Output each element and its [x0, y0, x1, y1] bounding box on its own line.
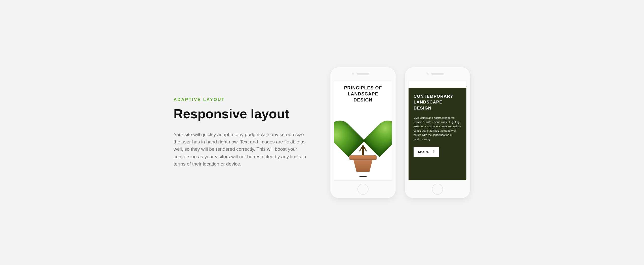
phone-1-title-line: DESIGN — [337, 97, 389, 103]
phone-2-screen: CONTEMPORARY LANDSCAPE DESIGN Vivid colo… — [408, 81, 467, 181]
phone-2-body: Vivid colors and abstract patterns, comb… — [414, 116, 461, 141]
feature-section: ADAPTIVE LAYOUT Responsive layout Your s… — [174, 67, 470, 198]
heart-bush-icon — [342, 105, 384, 143]
phone-2-header-gap — [409, 81, 466, 88]
text-column: ADAPTIVE LAYOUT Responsive layout Your s… — [174, 97, 310, 168]
topiary-heart-illustration — [334, 105, 392, 171]
more-button-label: MORE — [418, 150, 430, 154]
plant-trunk-icon — [362, 145, 364, 156]
phone-1-title-line: PRINCIPLES OF — [337, 85, 389, 91]
phone-2-title-line: CONTEMPORARY — [414, 93, 461, 99]
more-button[interactable]: MORE — [414, 147, 439, 157]
phone-mockups: PRINCIPLES OF LANDSCAPE DESIGN — [330, 67, 470, 198]
phone-camera-dot — [352, 73, 354, 75]
plant-pot-icon — [349, 155, 377, 172]
eyebrow-label: ADAPTIVE LAYOUT — [174, 97, 310, 102]
chevron-right-icon — [432, 150, 435, 154]
carousel-indicator — [359, 176, 367, 177]
headline: Responsive layout — [174, 107, 310, 121]
phone-mockup-2: CONTEMPORARY LANDSCAPE DESIGN Vivid colo… — [405, 67, 470, 198]
phone-mockup-1: PRINCIPLES OF LANDSCAPE DESIGN — [330, 67, 396, 198]
phone-1-title: PRINCIPLES OF LANDSCAPE DESIGN — [334, 81, 392, 104]
phone-2-title: CONTEMPORARY LANDSCAPE DESIGN — [414, 93, 461, 111]
phone-home-button-icon — [432, 184, 443, 195]
body-text: Your site will quickly adapt to any gadg… — [174, 131, 310, 168]
phone-2-panel: CONTEMPORARY LANDSCAPE DESIGN Vivid colo… — [409, 88, 466, 180]
phone-home-button-icon — [357, 184, 369, 195]
phone-1-screen: PRINCIPLES OF LANDSCAPE DESIGN — [334, 81, 392, 181]
phone-2-title-line: LANDSCAPE — [414, 99, 461, 105]
phone-camera-dot — [426, 73, 428, 75]
phone-2-title-line: DESIGN — [414, 105, 461, 111]
phone-1-title-line: LANDSCAPE — [337, 91, 389, 97]
